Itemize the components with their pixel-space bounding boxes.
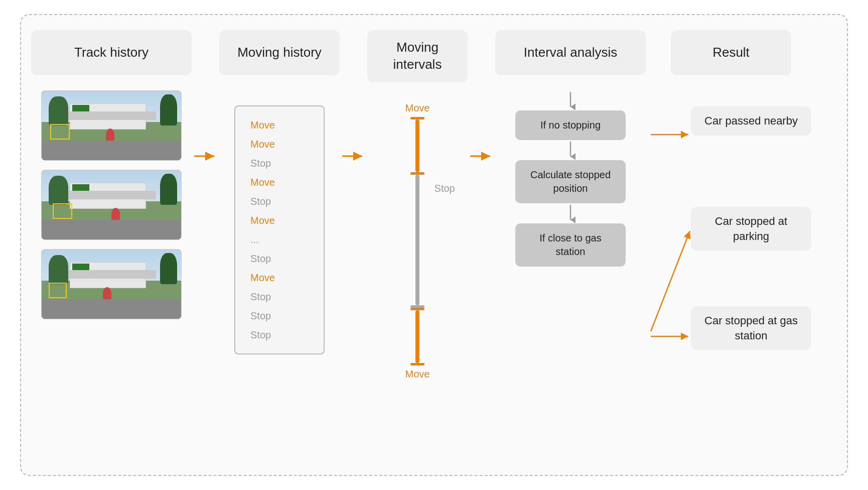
tree-1b (160, 94, 177, 126)
arrow-3 (468, 30, 495, 162)
history-item-move-2: Move (250, 136, 309, 153)
arrow-2-icon (341, 151, 366, 162)
result-passed-nearby: Car passed nearby (691, 106, 811, 136)
car-bounding-box-1 (50, 124, 70, 139)
history-item-move-4: Move (250, 212, 309, 229)
history-item-move-3: Move (250, 174, 309, 191)
analysis-close-gas: If close to gas station (515, 223, 626, 267)
result-stopped-parking: Car stopped at parking (691, 207, 811, 251)
bar-move-top (415, 119, 419, 172)
road-1 (42, 141, 181, 160)
road-3 (42, 299, 181, 319)
car-bounding-box-2 (53, 203, 72, 218)
interval-stop-label: Stop (435, 183, 455, 194)
result-stopped-gas: Car stopped at gas station (691, 306, 811, 350)
camera-frame-2 (41, 170, 182, 240)
scene-2 (42, 170, 181, 239)
bar-stop (415, 175, 419, 305)
tick-bottom-top (410, 308, 424, 310)
arrow-2 (340, 30, 367, 162)
person-3 (103, 287, 111, 300)
person-1 (106, 129, 114, 141)
tree-2a (49, 176, 68, 205)
gray-arrow-into-no-stopping (565, 90, 575, 110)
analysis-area: If no stopping Calculate stopped positio… (495, 90, 646, 267)
col-moving-history: Moving history Move Move Stop Move Stop … (219, 30, 340, 354)
scene-1 (42, 91, 181, 160)
moving-intervals-header: Moving intervals (367, 30, 468, 82)
history-item-stop-2: Stop (250, 193, 309, 210)
result-stopped-parking-box: Car stopped at parking (691, 207, 811, 251)
moving-history-header: Moving history (219, 30, 340, 75)
history-item-ellipsis: ... (250, 231, 309, 248)
result-section: Result Car passed nearby Car stopped at … (646, 30, 837, 75)
car-bounding-box-3 (49, 283, 67, 298)
col-interval-analysis: Interval analysis If no stopping (495, 30, 646, 267)
result-stopped-gas-box: Car stopped at gas station (691, 306, 811, 350)
diagram-container: Track history (20, 14, 848, 476)
person-2 (111, 208, 120, 220)
track-history-header: Track history (31, 30, 192, 75)
tree-2b (160, 174, 177, 205)
analysis-calc-position: Calculate stopped position (515, 160, 626, 203)
camera-frame-3 (41, 249, 182, 319)
interval-move-bottom-label: Move (405, 369, 430, 380)
gray-arrow-1 (565, 140, 575, 160)
interval-move-top-label: Move (405, 102, 430, 114)
road-2 (42, 220, 181, 239)
history-item-stop-6: Stop (250, 326, 309, 343)
tree-3a (49, 255, 68, 284)
gray-arrow-2 (565, 203, 575, 223)
flow-row: Track history (31, 30, 837, 460)
canopy-1 (58, 111, 156, 120)
result-header: Result (671, 30, 791, 75)
col-track-history: Track history (31, 30, 192, 319)
tick-top-top (410, 117, 424, 119)
images-area (31, 90, 192, 319)
history-item-stop-3: Stop (250, 250, 309, 267)
interval-stop (410, 175, 424, 308)
canopy-3 (58, 270, 156, 279)
analysis-no-stopping: If no stopping (515, 110, 626, 140)
interval-move-top: Move (405, 102, 430, 175)
history-item-move-5: Move (250, 269, 309, 286)
history-item-stop-4: Stop (250, 288, 309, 305)
history-item-stop-5: Stop (250, 307, 309, 324)
bar-move-bottom (415, 310, 419, 363)
history-item-stop-1: Stop (250, 155, 309, 172)
result-passed-nearby-box: Car passed nearby (691, 106, 811, 136)
arrow-1 (192, 30, 219, 162)
history-item-move-1: Move (250, 116, 309, 134)
col-moving-intervals: Moving intervals Move Stop (367, 30, 468, 380)
svg-line-8 (651, 231, 690, 331)
interval-analysis-header: Interval analysis (495, 30, 646, 75)
tree-3b (160, 253, 177, 284)
interval-move-bottom: Move (405, 308, 430, 380)
arrow-1-icon (193, 151, 218, 162)
moving-history-list: Move Move Stop Move Stop Move ... Stop M… (234, 105, 325, 354)
tree-1a (49, 96, 68, 126)
canopy-2 (58, 191, 156, 199)
tick-bottom-bottom (410, 363, 424, 365)
camera-frame-1 (41, 90, 182, 161)
scene-3 (42, 250, 181, 319)
arrow-3-icon (469, 151, 494, 162)
